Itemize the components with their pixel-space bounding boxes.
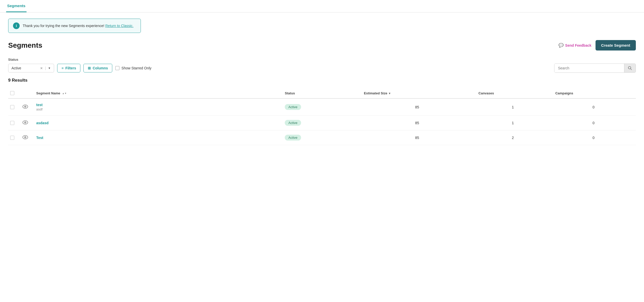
estimated-size-header[interactable]: Estimated Size ▼ [360, 88, 474, 98]
row-checkbox[interactable] [10, 121, 14, 125]
search-button[interactable] [624, 64, 636, 72]
search-input[interactable] [554, 64, 624, 72]
search-area [554, 64, 636, 73]
close-icon[interactable]: ✕ [40, 66, 43, 70]
send-feedback-label: Send Feedback [565, 43, 591, 47]
search-icon [628, 66, 632, 70]
segment-status-cell: Active [281, 130, 360, 145]
sort-arrows-icon[interactable]: ▲▼ [62, 92, 67, 95]
eye-col-header [18, 88, 32, 98]
columns-button[interactable]: ⊞ Columns [83, 64, 112, 72]
segments-table: Segment Name ▲▼ Status Estimated Size ▼ … [8, 88, 636, 145]
banner-message: Thank you for trying the new Segments ex… [23, 24, 104, 28]
send-feedback-button[interactable]: 💬 Send Feedback [559, 43, 591, 48]
row-checkbox-cell [8, 116, 18, 130]
divider: | [45, 66, 46, 70]
main-content: i Thank you for trying the new Segments … [0, 12, 644, 151]
estimated-size-cell: 85 [360, 116, 474, 130]
segment-status-cell: Active [281, 116, 360, 130]
table-row: Test Active 85 2 0 [8, 130, 636, 145]
svg-point-7 [25, 122, 26, 123]
tab-bar: Segments [0, 0, 644, 12]
sort-down-icon: ▼ [388, 92, 391, 95]
filters-button[interactable]: ≡ Filters [57, 64, 80, 72]
segment-status-cell: Active [281, 98, 360, 116]
status-dropdown[interactable]: Active ✕ | ▼ [8, 64, 54, 72]
search-input-wrapper [554, 64, 636, 73]
row-checkbox[interactable] [10, 136, 14, 140]
header-actions: 💬 Send Feedback Create Segment [559, 40, 636, 51]
info-icon: i [13, 22, 20, 29]
show-starred-only-label[interactable]: Show Starred Only [115, 66, 152, 70]
preview-eye-icon[interactable] [22, 134, 28, 140]
segment-name-label: Segment Name [36, 91, 60, 95]
chevron-down-icon[interactable]: ▼ [48, 67, 51, 70]
filter-row: Active ✕ | ▼ ≡ Filters ⊞ Columns Show St… [8, 64, 636, 73]
estimated-size-cell: 85 [360, 130, 474, 145]
svg-point-10 [25, 137, 26, 137]
columns-label: Columns [93, 66, 108, 70]
select-all-header [8, 88, 18, 98]
segment-name-cell: asdasd [32, 116, 281, 130]
segment-name-link[interactable]: test [36, 103, 277, 107]
status-header: Status [281, 88, 360, 98]
eye-cell [18, 116, 32, 130]
estimated-size-cell: 85 [360, 98, 474, 116]
campaigns-cell: 0 [551, 98, 636, 116]
eye-cell [18, 98, 32, 116]
status-badge: Active [285, 104, 301, 110]
starred-label-text: Show Starred Only [121, 66, 152, 70]
row-checkbox-cell [8, 98, 18, 116]
canvases-cell: 2 [474, 130, 551, 145]
preview-eye-icon[interactable] [22, 104, 28, 109]
svg-point-4 [25, 106, 26, 107]
status-badge: Active [285, 135, 301, 141]
return-to-classic-link[interactable]: Return to Classic. [105, 24, 133, 28]
segment-name-header[interactable]: Segment Name ▲▼ [32, 88, 281, 98]
page-header: Segments 💬 Send Feedback Create Segment [8, 40, 636, 51]
filter-icon: ≡ [61, 66, 64, 70]
results-count: 9 Results [8, 78, 636, 83]
campaigns-cell: 0 [551, 116, 636, 130]
canvases-cell: 1 [474, 98, 551, 116]
segment-name-link[interactable]: asdasd [36, 121, 277, 125]
status-filter-label: Status [8, 58, 636, 61]
segment-name-link[interactable]: Test [36, 136, 277, 140]
tab-segments[interactable]: Segments [6, 0, 27, 12]
starred-checkbox[interactable] [115, 66, 119, 70]
canvases-header: Canvases [474, 88, 551, 98]
canvases-cell: 1 [474, 116, 551, 130]
row-checkbox[interactable] [10, 105, 14, 109]
status-badge: Active [285, 120, 301, 126]
select-all-checkbox[interactable] [10, 91, 14, 95]
segment-description: asdf [36, 107, 277, 111]
table-header-row: Segment Name ▲▼ Status Estimated Size ▼ … [8, 88, 636, 98]
row-checkbox-cell [8, 130, 18, 145]
segment-name-cell: Test [32, 130, 281, 145]
segment-name-cell: test asdf [32, 98, 281, 116]
banner-text: Thank you for trying the new Segments ex… [23, 24, 133, 28]
filter-section: Status Active ✕ | ▼ ≡ Filters ⊞ Columns [8, 58, 636, 73]
status-dropdown-value: Active [11, 66, 39, 70]
table-row: asdasd Active 85 1 0 [8, 116, 636, 130]
table-row: test asdf Active 85 1 0 [8, 98, 636, 116]
eye-cell [18, 130, 32, 145]
info-banner: i Thank you for trying the new Segments … [8, 19, 141, 33]
filters-label: Filters [65, 66, 76, 70]
create-segment-button[interactable]: Create Segment [596, 40, 636, 51]
preview-eye-icon[interactable] [22, 120, 28, 125]
columns-icon: ⊞ [88, 66, 91, 70]
svg-line-1 [631, 69, 632, 70]
campaigns-cell: 0 [551, 130, 636, 145]
campaigns-header: Campaigns [551, 88, 636, 98]
page-title: Segments [8, 41, 42, 49]
feedback-icon: 💬 [559, 43, 564, 48]
estimated-size-label: Estimated Size [364, 91, 387, 95]
